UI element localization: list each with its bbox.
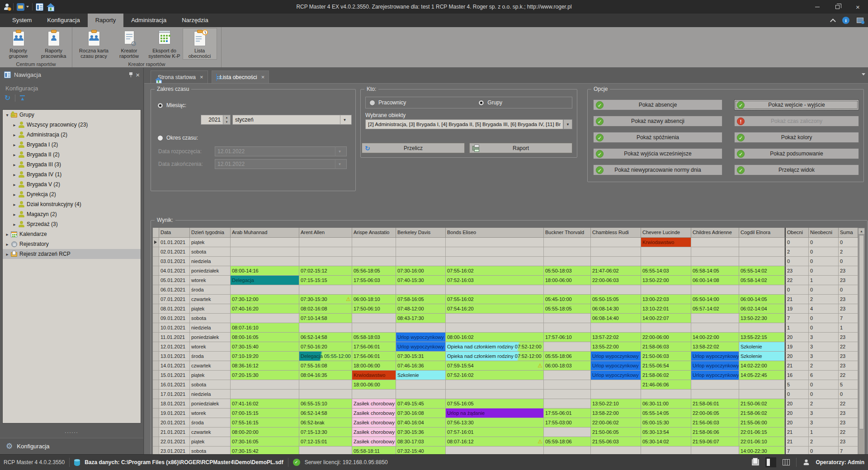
wybrane-obiekty-arrow-icon[interactable]: ▼: [563, 119, 572, 129]
attendance-cell[interactable]: 05:59-18:06: [544, 437, 591, 446]
attendance-cell[interactable]: 07:40-16:20: [231, 304, 299, 314]
attendance-cell[interactable]: [231, 238, 299, 247]
attendance-cell[interactable]: 13:10-22:01: [641, 304, 691, 314]
attendance-cell[interactable]: 07:15-13:30: [299, 428, 352, 437]
attendance-cell[interactable]: [544, 380, 591, 390]
tree-item-brygada-v-2[interactable]: ▸Brygada V (2): [3, 179, 141, 189]
attendance-cell[interactable]: [739, 390, 785, 399]
refresh-icon[interactable]: ↻: [5, 94, 10, 102]
attendance-cell[interactable]: 07:56-13:30: [446, 418, 544, 428]
column-header-arent-allen[interactable]: Arent Allen: [299, 228, 352, 238]
date-cell[interactable]: 14.01.2021: [159, 361, 190, 371]
attendance-cell[interactable]: 05:57-14:02: [691, 304, 739, 314]
attendance-cell[interactable]: 05:58-14:02: [739, 276, 785, 285]
attendance-cell[interactable]: 05:58-18:03: [352, 333, 396, 342]
attendance-cell[interactable]: 07:00-15:15: [231, 409, 299, 418]
app-menu-icon[interactable]: [17, 3, 24, 11]
attendance-cell[interactable]: 06:02-14:04: [739, 304, 785, 314]
date-cell[interactable]: 07.01.2021: [159, 295, 190, 304]
weekday-cell[interactable]: środa: [190, 418, 231, 428]
weekday-cell[interactable]: wtorek: [190, 276, 231, 285]
weekday-cell[interactable]: niedziela: [190, 390, 231, 399]
column-header-cogdil-elnora[interactable]: Cogdil Elnora: [739, 228, 785, 238]
wybrane-obiekty-select[interactable]: [2] Administracja, [3] Brygada I, [4] Br…: [365, 119, 563, 129]
attendance-cell[interactable]: [739, 238, 785, 247]
attendance-cell[interactable]: 06:08-14:40: [591, 314, 641, 323]
attendance-cell[interactable]: [641, 247, 691, 257]
tree-item-magazyn-2[interactable]: ▸Magazyn (2): [3, 209, 141, 219]
attendance-cell[interactable]: 17:57-06:10: [544, 333, 591, 342]
attendance-cell[interactable]: [544, 285, 591, 295]
weekday-cell[interactable]: wtorek: [190, 342, 231, 352]
attendance-cell[interactable]: Urlop wypoczynkowy: [591, 352, 641, 361]
date-cell[interactable]: 03.01.2021: [159, 257, 190, 266]
attendance-cell[interactable]: 21:58-06:02: [739, 409, 785, 418]
attendance-cell[interactable]: 07:30-15:31: [396, 352, 446, 361]
attendance-cell[interactable]: Delegacja: [231, 276, 299, 285]
attendance-cell[interactable]: 22:00-06:03: [591, 276, 641, 285]
tree-item-rejestr-zdarzeń-rcp[interactable]: ▸Rejestr zdarzeń RCP: [3, 249, 141, 259]
tree-collapsed-icon[interactable]: ▸: [12, 162, 17, 167]
attendance-cell[interactable]: 17:56-06:01: [352, 342, 396, 352]
attendance-cell[interactable]: [231, 390, 299, 399]
option-pokaż-spóźnienia[interactable]: ✓Pokaż spóźnienia: [593, 132, 722, 143]
weekday-cell[interactable]: piątek: [190, 238, 231, 247]
restore-button[interactable]: [827, 0, 848, 14]
attendance-cell[interactable]: [544, 247, 591, 257]
column-header-suma[interactable]: Suma: [839, 228, 858, 238]
attendance-cell[interactable]: Opieka nad członkiem rodziny 07:52-12:00: [446, 352, 544, 361]
attendance-cell[interactable]: 07:57-16:01: [446, 428, 544, 437]
attendance-cell[interactable]: [299, 390, 352, 399]
menu-item-system[interactable]: System: [5, 14, 39, 27]
tree-item-grupy[interactable]: ▾Grupy: [3, 110, 141, 120]
column-header-dzień-tygodnia[interactable]: Dzień tygodnia: [190, 228, 231, 238]
date-cell[interactable]: 18.01.2021: [159, 399, 190, 409]
attendance-cell[interactable]: 21:59-06:07: [691, 437, 739, 446]
attendance-cell[interactable]: 05:45-10:00: [544, 295, 591, 304]
attendance-cell[interactable]: 05:55-18:05: [544, 304, 591, 314]
attendance-cell[interactable]: 06:52-14:58: [299, 409, 352, 418]
attendance-cell[interactable]: 07:55-16:02: [446, 295, 544, 304]
tree-item-rejestratory[interactable]: ▸Rejestratory: [3, 239, 141, 249]
tree-collapsed-icon[interactable]: ▸: [5, 242, 10, 247]
attendance-cell[interactable]: 07:55-16:02: [446, 266, 544, 276]
weekday-cell[interactable]: sobota: [190, 247, 231, 257]
attendance-cell[interactable]: 07:55-16:08: [299, 361, 352, 371]
attendance-cell[interactable]: 07:50-16:20: [299, 342, 352, 352]
attendance-cell[interactable]: [544, 399, 591, 409]
attendance-cell[interactable]: [591, 323, 641, 333]
attendance-cell[interactable]: [231, 380, 299, 390]
attendance-cell[interactable]: 05:00-15:30: [641, 418, 691, 428]
attendance-cell[interactable]: 08:30-17:03: [396, 437, 446, 446]
attendance-cell[interactable]: 07:30-15:30⚠: [299, 295, 352, 304]
attendance-cell[interactable]: [352, 314, 396, 323]
date-cell[interactable]: 22.01.2021: [159, 437, 190, 446]
option-pokaż-podsumowanie[interactable]: ✓Pokaż podsumowanie: [734, 148, 859, 159]
tree-item-brygada-i-2[interactable]: ▸Brygada I (2): [3, 140, 141, 150]
attendance-cell[interactable]: 07:54-16:20: [446, 304, 544, 314]
date-cell[interactable]: 05.01.2021: [159, 276, 190, 285]
attendance-cell[interactable]: 07:30-16:08: [396, 409, 446, 418]
weekday-cell[interactable]: poniedziałek: [190, 333, 231, 342]
attendance-cell[interactable]: 07:10-19:20: [231, 352, 299, 361]
tab-strona-startowa[interactable]: Strona startowa×: [151, 70, 208, 83]
attendance-cell[interactable]: 21:46-06:06: [641, 380, 691, 390]
attendance-cell[interactable]: [446, 390, 544, 399]
attendance-cell[interactable]: 17:56-06:01: [352, 352, 396, 361]
attendance-cell[interactable]: Krwiodawstwo: [641, 238, 691, 247]
sidebar-close-icon[interactable]: ×: [136, 71, 140, 78]
tree-item-administracja-2[interactable]: ▸Administracja (2): [3, 130, 141, 140]
attendance-cell[interactable]: 22:01-06:10: [739, 437, 785, 446]
tree-collapsed-icon[interactable]: ▸: [12, 192, 17, 197]
attendance-cell[interactable]: [396, 257, 446, 266]
menu-item-administracja[interactable]: Administracja: [123, 14, 174, 27]
attendance-cell[interactable]: [396, 323, 446, 333]
radio-miesiac[interactable]: Miesiąc:: [157, 102, 186, 108]
attendance-cell[interactable]: 08:36-16:12: [231, 361, 299, 371]
weekday-cell[interactable]: niedziela: [190, 323, 231, 333]
radio-okres-czasu[interactable]: Okres czasu:: [157, 135, 198, 141]
attendance-cell[interactable]: 22:00-06:02: [591, 418, 641, 428]
ribbon-button-raporty-grupowe[interactable]: Raportygrupowe: [1, 28, 36, 60]
attendance-cell[interactable]: 07:58-16:05: [396, 295, 446, 304]
attendance-cell[interactable]: [352, 257, 396, 266]
